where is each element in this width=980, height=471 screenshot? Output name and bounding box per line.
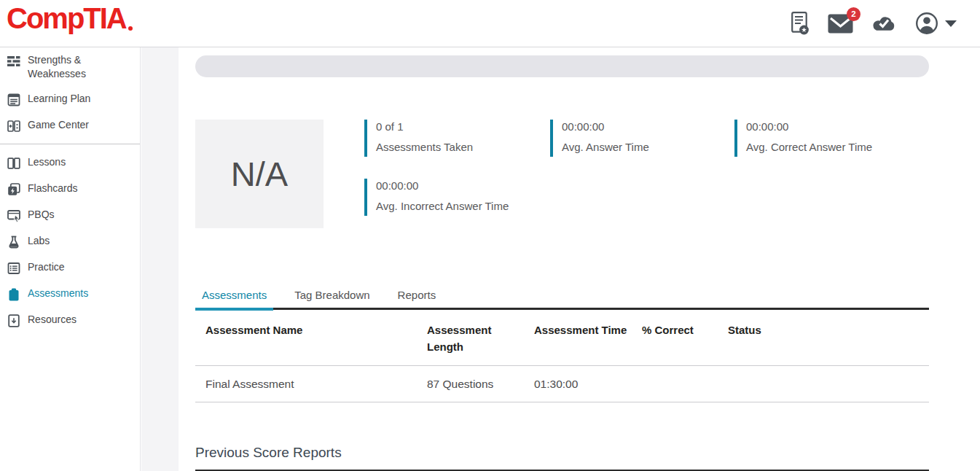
pbqs-pointer-window-icon [7, 209, 21, 223]
header-icon-group: 2 [791, 12, 980, 36]
cell-assessment-time: 01:30:00 [534, 366, 642, 402]
score-na-box: N/A [195, 120, 324, 228]
sidebar-item-label: Resources [28, 313, 77, 327]
tab-reports[interactable]: Reports [391, 284, 443, 308]
stat-value: 00:00:00 [562, 120, 734, 133]
stat-label: Avg. Answer Time [562, 141, 734, 153]
comptia-logo[interactable]: CompTIA [7, 4, 133, 33]
strengths-weaknesses-bars-icon [7, 54, 21, 69]
sidebar-nav: Strengths & Weaknesses Learning Plan Gam… [0, 47, 141, 471]
cell-assessment-length: 87 Questions [427, 366, 534, 402]
sidebar-item-label: Learning Plan [28, 92, 90, 106]
unread-count-badge: 2 [847, 7, 861, 21]
score-report-button[interactable] [791, 12, 810, 36]
assessment-tabs: Assessments Tag Breakdown Reports [195, 284, 929, 310]
sidebar-item-assessments[interactable]: Assessments [0, 281, 140, 307]
sidebar-item-learning-plan[interactable]: Learning Plan [0, 86, 140, 112]
flashcards-lightning-card-icon [7, 182, 21, 197]
stat-avg-incorrect-answer-time: 00:00:00 Avg. Incorrect Answer Time [364, 179, 550, 216]
sync-button[interactable] [871, 15, 897, 33]
stat-assessments-taken: 0 of 1 Assessments Taken [364, 120, 550, 157]
sidebar-item-label: Strengths & Weaknesses [28, 53, 99, 81]
stat-value: 00:00:00 [746, 120, 920, 133]
tab-tag-breakdown[interactable]: Tag Breakdown [288, 284, 376, 308]
stats-column-1: 0 of 1 Assessments Taken 00:00:00 Avg. I… [364, 120, 550, 228]
sidebar-item-label: Lessons [28, 155, 66, 169]
sidebar-item-flashcards[interactable]: Flashcards [0, 176, 140, 202]
sidebar-item-practice[interactable]: Practice [0, 254, 140, 281]
table-header-row: Assessment Name Assessment Length Assess… [195, 310, 929, 366]
stats-column-3: 00:00:00 Avg. Correct Answer Time [734, 120, 920, 228]
sidebar-item-resources[interactable]: Resources [0, 307, 140, 333]
stat-avg-answer-time: 00:00:00 Avg. Answer Time [550, 120, 734, 157]
learning-plan-notebook-icon [7, 93, 21, 107]
stat-label: Assessments Taken [376, 141, 550, 153]
practice-list-icon [7, 261, 21, 276]
sidebar-item-label: PBQs [28, 208, 55, 222]
column-header-assessment-name: Assessment Name [195, 310, 427, 365]
previous-score-reports-heading: Previous Score Reports [195, 445, 929, 461]
messages-button[interactable]: 2 [828, 14, 853, 34]
labs-flask-icon [7, 235, 21, 249]
tab-assessments[interactable]: Assessments [195, 284, 273, 311]
stat-label: Avg. Correct Answer Time [746, 141, 920, 153]
table-row-final-assessment[interactable]: Final Assessment 87 Questions 01:30:00 [195, 366, 929, 402]
assessments-clipboard-icon [7, 287, 21, 302]
stat-value: 0 of 1 [376, 120, 550, 133]
sidebar-item-game-center[interactable]: Game Center [0, 112, 140, 139]
stats-group: 0 of 1 Assessments Taken 00:00:00 Avg. I… [364, 120, 920, 228]
cell-assessment-name: Final Assessment [195, 366, 427, 402]
cell-status [728, 366, 929, 402]
game-center-dice-icon [7, 119, 21, 133]
sidebar-item-label: Practice [28, 260, 65, 274]
sidebar-item-label: Flashcards [28, 182, 77, 195]
content-gutter [141, 47, 179, 471]
sidebar-item-labs[interactable]: Labs [0, 228, 140, 254]
sidebar-item-pbqs[interactable]: PBQs [0, 202, 140, 228]
assessments-table: Assessment Name Assessment Length Assess… [195, 310, 929, 402]
sidebar-item-label: Game Center [28, 118, 89, 132]
top-header: CompTIA 2 [0, 0, 980, 47]
stat-avg-correct-answer-time: 00:00:00 Avg. Correct Answer Time [734, 120, 920, 157]
sidebar-item-label: Assessments [28, 287, 88, 300]
stat-value: 00:00:00 [376, 179, 550, 192]
course-progress-bar [195, 55, 929, 77]
comptia-logo-text: CompTIA [7, 4, 126, 33]
registered-mark-dot [128, 26, 133, 31]
chevron-down-icon [945, 20, 957, 27]
sidebar-item-lessons[interactable]: Lessons [0, 149, 140, 176]
account-menu-button[interactable] [915, 12, 957, 35]
column-header-assessment-time: Assessment Time [534, 310, 642, 365]
cell-percent-correct [642, 366, 728, 402]
account-avatar-icon [915, 12, 938, 35]
column-header-status: Status [728, 310, 929, 365]
assessment-overview: N/A 0 of 1 Assessments Taken 00:00:00 Av… [195, 120, 929, 228]
main-content: N/A 0 of 1 Assessments Taken 00:00:00 Av… [179, 47, 980, 471]
score-report-icon [791, 12, 810, 36]
stat-label: Avg. Incorrect Answer Time [376, 200, 550, 212]
sidebar-divider [0, 144, 140, 144]
lessons-open-book-icon [7, 156, 21, 171]
column-header-assessment-length: Assessment Length [427, 310, 534, 365]
stats-column-2: 00:00:00 Avg. Answer Time [550, 120, 734, 228]
sidebar-item-strengths-weaknesses[interactable]: Strengths & Weaknesses [0, 47, 140, 86]
sync-cloud-check-icon [871, 15, 897, 33]
sidebar-item-label: Labs [28, 234, 50, 248]
column-header-percent-correct: % Correct [642, 310, 728, 365]
resources-download-doc-icon [7, 314, 21, 328]
